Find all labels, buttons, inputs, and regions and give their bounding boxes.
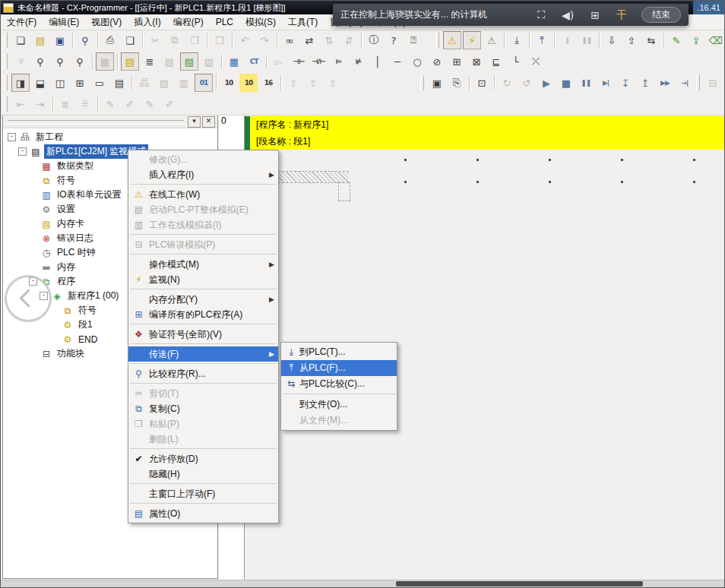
context-menu-item-monitor[interactable]: ⚡监视(N) (128, 272, 278, 287)
sim-run-to-break-icon[interactable]: →| (676, 74, 694, 92)
watch-window-icon[interactable]: ◫ (51, 74, 69, 92)
monitor-pane-1-icon[interactable]: ⊟ (704, 74, 722, 92)
new-vertical-icon[interactable]: │ (369, 52, 387, 71)
save-icon[interactable]: ▣ (51, 31, 69, 49)
compile-section-icon[interactable]: ⇧ (304, 74, 322, 92)
panel-close-button[interactable]: ✕ (202, 116, 215, 128)
toolbar-grip[interactable] (696, 75, 700, 90)
toolbar-grip[interactable] (4, 75, 8, 90)
toolbar-grip[interactable] (4, 54, 8, 69)
sim-step-in-icon[interactable]: ↧ (616, 74, 635, 92)
context-menu-item-compile-all-plc-programs[interactable]: ⊞编译所有的PLC程序(A) (128, 307, 278, 322)
context-menu-item-work-online-simulator[interactable]: ▥工作在线模拟器(I) (128, 217, 278, 232)
signed-decimal-display-icon[interactable]: 10 (239, 74, 258, 92)
undo-icon[interactable]: ↶ (236, 31, 254, 49)
properties-window-icon[interactable]: ▤ (110, 74, 128, 92)
new-closed-function-icon[interactable]: ⊠ (467, 52, 486, 71)
work-online-icon[interactable]: ⚠ (443, 31, 461, 49)
new-file-icon[interactable]: ❏ (11, 31, 30, 49)
submenu-item-from-file[interactable]: 从文件(M)... (281, 413, 397, 428)
rung-detail-icon[interactable]: ≞ (76, 95, 94, 113)
context-menu-item-insert-program[interactable]: 插入程序(I)▶ (128, 167, 278, 182)
tree-expander-icon[interactable]: - (8, 133, 16, 141)
bookmark-next-icon[interactable]: ✐ (121, 95, 139, 113)
display-icon[interactable]: ⊞ (590, 9, 600, 21)
context-menu-item-plc-error-simulation[interactable]: ⊟PLC错误模拟(P) (128, 237, 278, 252)
menu-tools[interactable]: 工具(T) (282, 15, 324, 29)
verify-program-icon[interactable]: ⇆ (642, 31, 660, 49)
delete-line-icon[interactable]: ⤬ (527, 52, 545, 71)
open-file-icon[interactable]: ▤ (31, 31, 49, 49)
panel-dropdown-button[interactable]: ▾ (188, 116, 201, 128)
symbol-bar-icon[interactable]: ▦ (225, 52, 243, 71)
output-window-icon[interactable]: ⬓ (31, 74, 49, 92)
new-closed-coil-icon[interactable]: ⊘ (428, 52, 446, 71)
next-reference-icon[interactable]: ⇥ (31, 95, 49, 113)
zoom-in-icon[interactable]: ⚲ (51, 52, 69, 71)
context-menu-item-operation-mode[interactable]: 操作模式(M)▶ (128, 257, 278, 272)
new-or-contact-icon[interactable]: ⊨ (329, 52, 347, 71)
sim-step-icon[interactable]: ▶| (597, 74, 615, 92)
print-preview-icon[interactable]: ❑ (121, 31, 139, 49)
pause-monitoring-icon[interactable]: ⚠ (483, 31, 501, 49)
new-contact-icon[interactable]: ⊣⊢ (290, 52, 308, 71)
symbol-display-icon[interactable]: 品 (135, 74, 154, 92)
cut-icon[interactable]: ✂ (146, 31, 164, 49)
upload-program-icon[interactable]: ⇧ (622, 31, 641, 49)
about-icon[interactable]: ⓘ (365, 31, 383, 49)
context-menu-item-allow-docking[interactable]: ✔允许停放(D) (128, 451, 278, 466)
panel-drag-slot[interactable] (8, 120, 184, 124)
replace-icon[interactable]: ⇄ (300, 31, 318, 49)
bottom-scroll-thumb[interactable] (396, 581, 643, 586)
online-edit-send-icon[interactable]: ⇪ (687, 31, 705, 49)
select-mode-icon[interactable]: ▻ (270, 52, 288, 71)
decimal-display-icon[interactable]: 10 (220, 74, 238, 92)
context-menu-item-float-on-main-window[interactable]: 主窗口上浮动(F) (128, 486, 278, 501)
new-function-icon[interactable]: ⊞ (448, 52, 466, 71)
paste-icon[interactable]: ❒ (185, 31, 204, 49)
context-menu-item-properties[interactable]: ▤属性(O) (128, 506, 278, 521)
sim-run-icon[interactable]: ▶ (537, 74, 556, 92)
context-help-icon[interactable]: ⍰ (404, 31, 423, 49)
bookmark-set-icon[interactable]: ✎ (101, 95, 119, 113)
sampling-pause-icon[interactable]: ‖ (558, 31, 576, 49)
context-menu-item-delete[interactable]: 删除(L) (128, 432, 278, 447)
toggle-workspace-icon[interactable]: ◨ (11, 74, 30, 92)
context-menu-item-copy[interactable]: ⧉复制(C) (128, 401, 278, 416)
memory-backup-icon[interactable]: ▣ (428, 74, 446, 92)
context-menu-item-hide[interactable]: 隐藏(H) (128, 466, 278, 482)
fullscreen-icon[interactable]: ⛶ (537, 8, 545, 21)
connect-line-icon[interactable]: └ (507, 52, 525, 71)
bookmark-clear-icon[interactable]: ✐ (160, 95, 179, 113)
end-session-button[interactable]: 结束 (641, 7, 681, 23)
toolbar-grip[interactable] (4, 96, 8, 112)
ct-view-icon[interactable]: CT (245, 52, 263, 71)
new-closed-contact-icon[interactable]: ⊣/⊢ (309, 52, 328, 71)
menu-programming[interactable]: 编程(P) (167, 15, 210, 29)
find-previous-icon[interactable]: ⇅ (320, 31, 338, 49)
sim-stop-icon[interactable]: ■ (557, 74, 575, 92)
memory-restore-icon[interactable]: ⎘ (448, 74, 466, 92)
menu-insert[interactable]: 插入(I) (128, 15, 166, 29)
toolbar-grip[interactable] (420, 75, 424, 90)
new-instruction-icon[interactable]: ⊑ (487, 52, 505, 71)
context-menu-item-validate-symbols-all[interactable]: ❖验证符号(全部)(V) (128, 327, 278, 342)
sim-continuous-run-icon[interactable]: ▶▶ (656, 74, 674, 92)
toolbar-grip[interactable] (435, 33, 439, 48)
menu-plc[interactable]: PLC (210, 15, 239, 29)
previous-reference-icon[interactable]: ⇤ (11, 95, 30, 113)
rung-list-icon[interactable]: ≣ (141, 52, 159, 71)
context-menu-item-memory-allocation[interactable]: 内存分配(Y)▶ (128, 292, 278, 307)
submenu-item-to-plc[interactable]: ⤓到PLC(T)... (281, 344, 397, 360)
context-menu-item-start-plc-pt-simulation[interactable]: ▤启动PLC-PT整体模拟(E) (128, 202, 278, 217)
rung-wrap-icon[interactable]: ▨ (160, 52, 179, 71)
sim-scan-run-icon[interactable]: ↻ (498, 74, 516, 92)
bookmark-previous-icon[interactable]: ✎ (141, 95, 159, 113)
help-icon[interactable]: ? (385, 31, 403, 49)
back-gesture-overlay[interactable] (5, 275, 52, 322)
context-menu-item-transfer[interactable]: 传送(F)▶ (128, 346, 278, 362)
monitor-mode-icon[interactable]: ⚡ (463, 31, 481, 49)
tree-item-new-project[interactable]: -品新工程 (5, 130, 217, 144)
sim-step-over-icon[interactable]: ↥ (636, 74, 654, 92)
transfer-changes-icon[interactable]: ⇧ (324, 74, 342, 92)
